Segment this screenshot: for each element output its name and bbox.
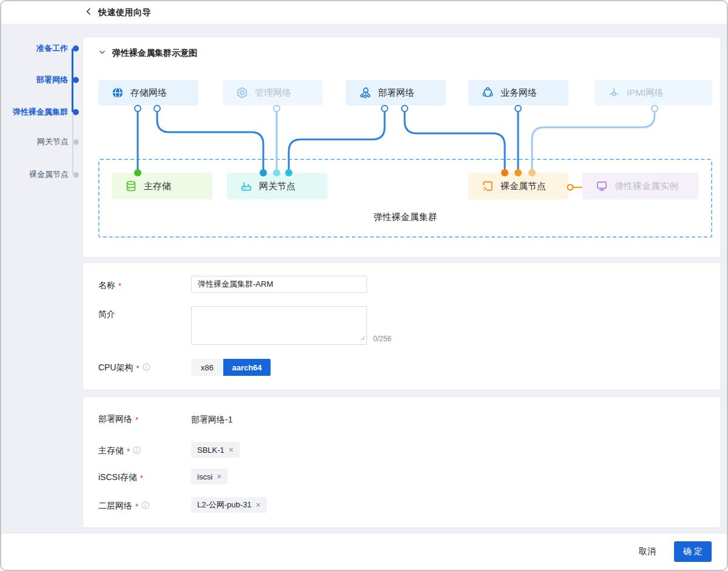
database-icon [125, 180, 137, 192]
node-label: 网关节点 [259, 181, 295, 192]
tag-text: iscsi [197, 472, 212, 481]
deploy-network-label: 部署网络 * [98, 414, 138, 425]
ground-icon [608, 87, 620, 99]
cpu-arch-segmented-control: x86 aarch64 [191, 359, 271, 376]
name-input[interactable] [191, 276, 367, 293]
page-title: 快速使用向导 [98, 7, 151, 18]
required-asterisk: * [135, 502, 138, 511]
label-text: CPU架构 [98, 362, 133, 373]
info-icon[interactable] [141, 501, 149, 511]
name-field-label: 名称 * [98, 280, 121, 291]
node-label: 弹性裸金属实例 [615, 181, 678, 192]
label-text: iSCSI存储 [98, 472, 137, 483]
share-nodes-icon [359, 87, 371, 99]
remove-tag-icon[interactable]: × [217, 472, 221, 481]
deploy-network-value: 部署网络-1 [191, 415, 232, 426]
tag-text: SBLK-1 [197, 446, 224, 455]
required-asterisk: * [135, 415, 138, 424]
iscsi-storage-label: iSCSI存储 * [98, 472, 143, 483]
resize-handle-icon[interactable] [359, 332, 365, 343]
cast-icon [482, 180, 494, 192]
required-asterisk: * [136, 364, 140, 373]
cluster-diagram: 存储网络 管理网络 部署网络 业务网络 [83, 38, 720, 257]
footer-action-bar: 取消 确 定 [1, 533, 727, 570]
sidebar-step-deploy-network[interactable]: 部署网络 [1, 76, 83, 84]
back-button[interactable] [84, 7, 93, 18]
monitor-icon [596, 180, 608, 192]
step-label: 弹性裸金属集群 [13, 107, 68, 118]
sidebar-step-elastic-cluster[interactable]: 弹性裸金属集群 [1, 108, 83, 116]
node-label: 主存储 [144, 181, 171, 192]
l2-network-label: 二层网络 * [98, 501, 149, 512]
primary-storage-tag: SBLK-1 × [191, 442, 240, 458]
step-dot [73, 77, 79, 83]
intro-field-label: 简介 [98, 309, 115, 320]
basic-info-form-card: 名称 * 简介 0/256 CPU架构 * x86 aarch64 [83, 263, 720, 390]
node-label: 管理网络 [255, 87, 291, 99]
l2-network-tag: L2-公网-pub-31 × [191, 497, 267, 513]
chevron-left-icon [84, 7, 93, 18]
required-asterisk: * [127, 447, 130, 456]
step-label: 裸金属节点 [29, 169, 69, 180]
step-label: 准备工作 [36, 43, 68, 54]
confirm-button[interactable]: 确 定 [674, 541, 712, 562]
required-asterisk: * [140, 473, 143, 483]
required-asterisk: * [118, 281, 121, 290]
cancel-button[interactable]: 取消 [639, 546, 656, 557]
label-text: 主存储 [98, 446, 124, 456]
step-dot [73, 45, 79, 52]
hexagon-nut-icon [236, 87, 248, 99]
sidebar-step-gateway-node[interactable]: 网关节点 [1, 138, 83, 146]
quick-wizard-window: 快速使用向导 准备工作 部署网络 弹性裸金属集群 网关节点 裸金属节点 [0, 0, 728, 571]
diagram-node-deploy-network: 部署网络 [346, 80, 446, 105]
cpu-arch-label: CPU架构 * [98, 362, 150, 373]
intro-textarea[interactable] [191, 306, 367, 345]
diagram-card: 弹性裸金属集群示意图 存储网络 管理网络 部署网络 [83, 38, 720, 257]
sidebar-step-prepare[interactable]: 准备工作 [1, 44, 83, 53]
step-dot [73, 109, 79, 115]
cluster-icon [482, 87, 494, 99]
top-bar: 快速使用向导 [1, 1, 727, 24]
network-form-card: 部署网络 * 部署网络-1 主存储 * SBLK-1 × iSCSI存储 * i… [83, 397, 720, 527]
node-label: 裸金属节点 [500, 181, 546, 192]
diagram-node-gateway-node: 网关节点 [227, 173, 328, 199]
remove-tag-icon[interactable]: × [256, 501, 261, 509]
label-text: 简介 [98, 309, 115, 320]
node-label: 存储网络 [130, 87, 167, 99]
label-text: 名称 [98, 280, 115, 291]
diagram-node-elastic-instance: 弹性裸金属实例 [582, 173, 699, 199]
step-dot [73, 139, 79, 145]
iscsi-storage-tag: iscsi × [191, 469, 228, 484]
remove-tag-icon[interactable]: × [229, 446, 234, 454]
cluster-boundary-label: 弹性裸金属集群 [98, 212, 712, 223]
cpu-option-x86[interactable]: x86 [191, 359, 223, 376]
diagram-node-storage-network: 存储网络 [98, 80, 198, 105]
diagram-node-management-network: 管理网络 [223, 80, 323, 105]
router-icon [240, 180, 252, 192]
label-text: 二层网络 [98, 501, 132, 512]
tag-text: L2-公网-pub-31 [197, 499, 252, 510]
step-label: 部署网络 [36, 75, 68, 85]
info-icon[interactable] [133, 446, 141, 456]
diagram-node-baremetal-node: 裸金属节点 [468, 173, 568, 199]
diagram-node-primary-storage: 主存储 [112, 173, 212, 199]
step-dot [73, 172, 79, 178]
label-text: 部署网络 [98, 414, 132, 425]
step-label: 网关节点 [37, 136, 69, 147]
primary-storage-label: 主存储 * [98, 446, 141, 456]
node-label: 业务网络 [500, 87, 537, 99]
node-label: 部署网络 [378, 87, 414, 99]
char-counter: 0/256 [373, 335, 391, 343]
globe-icon [112, 87, 124, 99]
diagram-node-ipmi-network: IPMI网络 [595, 80, 712, 105]
diagram-node-business-network: 业务网络 [468, 80, 568, 105]
cpu-option-aarch64[interactable]: aarch64 [223, 359, 271, 376]
wizard-steps-sidebar: 准备工作 部署网络 弹性裸金属集群 网关节点 裸金属节点 [1, 24, 83, 533]
info-icon[interactable] [143, 363, 150, 373]
node-label: IPMI网络 [627, 87, 664, 99]
sidebar-step-baremetal-node[interactable]: 裸金属节点 [1, 170, 83, 179]
